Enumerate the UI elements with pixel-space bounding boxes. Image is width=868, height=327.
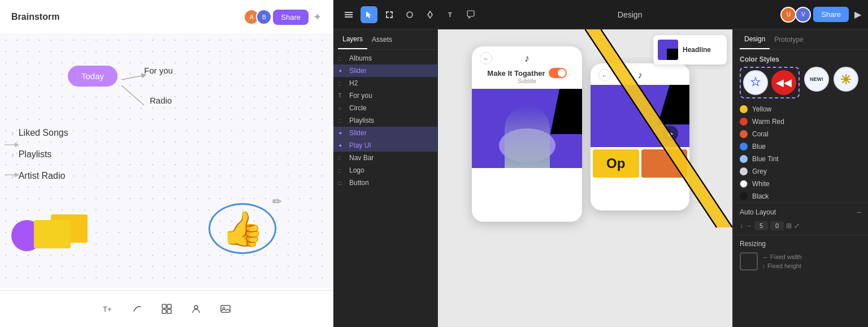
layer-for-you[interactable]: T For you [333, 89, 437, 102]
component-icon-2: ✦ [338, 130, 346, 136]
frame-icon-h2: :: [338, 80, 346, 87]
layer-slider-2[interactable]: ✦ Slider [333, 127, 437, 139]
fixed-height-option[interactable]: ↕ Fixed height [762, 263, 802, 269]
svg-rect-13 [345, 14, 353, 15]
auto-layout-section: Auto Layout − ↓ → 5 0 ⊞ ⤢ [733, 203, 868, 235]
person-tool[interactable] [186, 299, 206, 319]
design-center-label: Design [618, 10, 643, 19]
resizing-section: Resizing ↔ Fixed width ↕ Fixed height [733, 235, 868, 275]
minus-icon[interactable]: − [857, 208, 861, 217]
layer-albums[interactable]: :: Albums [333, 52, 437, 64]
resize-options: ↔ Fixed width ↕ Fixed height [762, 253, 802, 269]
hamburger-icon[interactable] [340, 6, 357, 23]
figma-panel: T Design U V Share ▶ La [333, 0, 868, 327]
tab-design[interactable]: Design [740, 29, 770, 49]
al-padding-value[interactable]: 0 [770, 221, 784, 230]
tab-prototype[interactable]: Prototype [770, 29, 808, 49]
color-warm-red[interactable]: Warm Red [740, 115, 861, 128]
radio-node: Radio [150, 96, 172, 105]
resizing-title: Resizing [740, 240, 861, 248]
svg-rect-5 [162, 304, 166, 308]
color-name-blue-tint: Blue Tint [752, 155, 779, 163]
layer-button-label: Button [349, 179, 369, 187]
color-black[interactable]: Black [740, 190, 861, 203]
comment-tool[interactable] [462, 6, 479, 23]
layer-nav-bar-label: Nav Bar [349, 154, 374, 162]
layer-slider-2-label: Slider [349, 129, 367, 137]
text-tool-figma[interactable]: T [442, 6, 459, 23]
bottom-toolbar: T+ [0, 290, 333, 327]
svg-rect-22 [392, 15, 393, 18]
color-dot-white [740, 180, 748, 188]
svg-rect-7 [162, 309, 166, 313]
image-tool[interactable] [215, 299, 236, 319]
phone-1-image [472, 89, 582, 168]
pen-tool[interactable] [422, 6, 439, 23]
color-white[interactable]: White [740, 178, 861, 190]
frame-icon: :: [338, 55, 346, 62]
layer-nav-bar[interactable]: :: Nav Bar [333, 152, 437, 164]
thumbs-up-emoji: 👍 [222, 209, 264, 249]
new-swatch[interactable]: NEW! [804, 67, 829, 92]
svg-rect-8 [167, 309, 171, 313]
share-button[interactable]: Share [273, 10, 309, 25]
color-grey[interactable]: Grey [740, 165, 861, 178]
phone-1-title-area: Make It Togather Subtitle [472, 68, 582, 89]
component-tool[interactable] [157, 299, 177, 319]
color-blue[interactable]: Blue [740, 140, 861, 153]
liked-songs-item[interactable]: › Liked Songs [11, 128, 68, 138]
today-node[interactable]: Today [68, 66, 118, 87]
layer-albums-label: Albums [349, 54, 372, 62]
back-swatch[interactable]: ◀◀ [771, 70, 796, 95]
layers-tabs: Layers Assets [333, 29, 437, 50]
phone-2-header: ← ♪ [591, 63, 689, 85]
playlists-item[interactable]: › Playlists [11, 149, 68, 160]
figma-share-button[interactable]: Share [813, 7, 849, 22]
rect-icon-button: □ [338, 180, 346, 186]
layer-h2[interactable]: :: H2 [333, 77, 437, 89]
svg-text:T+: T+ [103, 305, 112, 313]
layer-playlists[interactable]: :: Playlists [333, 114, 437, 127]
tab-layers[interactable]: Layers [338, 29, 367, 49]
layer-circle[interactable]: ○ Circle [333, 102, 437, 114]
svg-point-23 [407, 12, 413, 18]
avatar-group: A B [244, 9, 268, 25]
star-swatch[interactable] [743, 70, 768, 95]
component-icon-3: ✦ [338, 143, 346, 149]
headline-component[interactable]: Headline [653, 35, 727, 64]
color-blue-tint[interactable]: Blue Tint [740, 153, 861, 165]
color-yellow[interactable]: Yellow [740, 103, 861, 115]
fixed-width-option[interactable]: ↔ Fixed width [762, 253, 802, 260]
svg-line-1 [121, 85, 144, 105]
layer-logo-label: Logo [349, 166, 364, 174]
color-coral[interactable]: Coral [740, 128, 861, 140]
play-icon[interactable]: ▶ [854, 9, 861, 20]
back-button-2[interactable]: ← [598, 69, 611, 81]
sparkle-icon[interactable]: ✦ [313, 11, 322, 23]
move-tool[interactable] [361, 6, 377, 23]
layer-logo[interactable]: :: Logo [333, 164, 437, 177]
auto-layout-controls: ↓ → 5 0 ⊞ ⤢ [740, 221, 861, 230]
figma-body: Layers Assets :: Albums ✦ Slider :: H2 [333, 29, 868, 327]
toggle-switch[interactable] [549, 68, 567, 78]
color-name-warm-red: Warm Red [752, 118, 784, 126]
layer-button[interactable]: □ Button [333, 177, 437, 189]
artist-radio-item[interactable]: › Artist Radio [11, 171, 68, 181]
layer-play-ui[interactable]: ✦ Play UI [333, 139, 437, 152]
asterisk-swatch[interactable] [834, 67, 858, 92]
play-overlay[interactable]: ▶ [662, 126, 678, 141]
header-right: A B Share ✦ [244, 9, 322, 25]
liked-songs-label: Liked Songs [19, 128, 68, 138]
thumbs-circle: 👍 [209, 203, 276, 254]
layer-slider-1[interactable]: ✦ Slider [333, 64, 437, 77]
circle-tool[interactable] [401, 6, 418, 23]
tab-assets[interactable]: Assets [367, 29, 397, 49]
auto-layout-title: Auto Layout [740, 208, 776, 216]
text-tool[interactable]: T+ [98, 299, 118, 319]
frame-tool[interactable] [381, 6, 398, 23]
al-gap-value[interactable]: 5 [754, 221, 768, 230]
al-expand-icon: ⤢ [794, 222, 800, 230]
path-tool[interactable] [127, 299, 147, 319]
canvas-area[interactable]: ← ♪ Make It Togather Subtitle [438, 29, 732, 327]
back-button-1[interactable]: ← [480, 52, 492, 64]
